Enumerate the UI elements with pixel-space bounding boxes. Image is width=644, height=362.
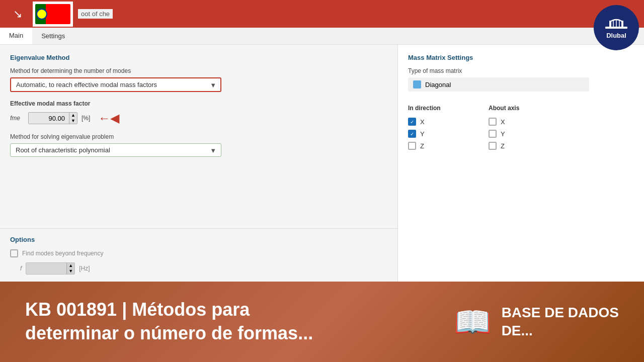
method-select-wrapper: Automatic, to reach effective modal mass…	[10, 77, 221, 92]
f-row: f ▲ ▼ [Hz]	[20, 262, 387, 275]
axis-y-row: Y	[489, 128, 569, 140]
fme-input[interactable]	[29, 113, 69, 124]
solving-select-wrapper: Root of characteristic polynomial ▼	[10, 143, 221, 157]
flag-portugal	[33, 2, 73, 27]
direction-z-label: Z	[420, 142, 424, 150]
f-spin-down[interactable]: ▼	[67, 268, 74, 274]
mass-type-value: Diagonal	[408, 77, 589, 92]
f-label: f	[20, 265, 22, 272]
solving-method-label: Method for solving eigenvalue problem	[10, 133, 387, 140]
direction-x-label: X	[420, 118, 425, 126]
mass-type-label: Type of mass matrix	[408, 67, 634, 74]
direction-y-row: Y	[408, 128, 489, 140]
find-modes-row: Find modes beyond frequency	[10, 249, 387, 257]
direction-y-label: Y	[420, 130, 425, 138]
fme-row: fme ▲ ▼ [%] ←◀	[10, 111, 387, 125]
f-input[interactable]	[26, 263, 66, 274]
axis-z-row: Z	[489, 140, 569, 152]
mass-type-text: Diagonal	[425, 81, 451, 88]
fme-spinner: ▲ ▼	[69, 113, 77, 124]
axis-x-row: X	[489, 116, 569, 128]
tab-settings[interactable]: Settings	[32, 28, 74, 44]
left-section: Main Settings Eigenvalue Method Method f…	[0, 28, 644, 282]
dlubal-logo: Dlubal	[594, 5, 639, 50]
banner-right-text: BASE DE DADOSDE...	[502, 304, 619, 340]
direction-z-row: Z	[408, 140, 489, 152]
axis-z-checkbox[interactable]	[489, 142, 497, 150]
mass-matrix-panel: Mass Matrix Settings Type of mass matrix…	[397, 45, 644, 282]
direction-x-row: X	[408, 116, 489, 128]
back-arrow-icon[interactable]: ↘	[5, 2, 30, 27]
fme-input-wrapper: ▲ ▼	[28, 112, 77, 124]
options-section: Options Find modes beyond frequency f ▲ …	[0, 228, 397, 282]
content-area: Main Settings Eigenvalue Method Method f…	[0, 28, 644, 282]
red-arrow-indicator: ←◀	[98, 111, 119, 125]
find-modes-label: Find modes beyond frequency	[22, 250, 103, 257]
f-spin-up[interactable]: ▲	[67, 263, 74, 268]
dlubal-bridge-icon	[605, 17, 627, 31]
svg-rect-0	[605, 27, 627, 29]
fme-label: fme	[10, 115, 24, 122]
dlubal-brand-name: Dlubal	[606, 32, 626, 39]
fme-unit: [%]	[82, 115, 90, 122]
find-modes-checkbox[interactable]	[10, 249, 18, 257]
direction-y-checkbox[interactable]	[408, 130, 416, 138]
tab-main[interactable]: Main	[0, 28, 32, 44]
fme-spin-up[interactable]: ▲	[69, 113, 77, 118]
f-unit: [Hz]	[79, 265, 90, 272]
method-select[interactable]: Automatic, to reach effective modal mass…	[10, 77, 221, 92]
f-spinner: ▲ ▼	[66, 263, 74, 274]
top-bar: ↘ oot of che	[0, 0, 644, 28]
modal-mass-title: Effective modal mass factor	[10, 100, 387, 107]
eigenvalue-section: Eigenvalue Method Method for determining…	[0, 45, 397, 228]
eigenvalue-title: Eigenvalue Method	[10, 54, 387, 61]
fme-spin-down[interactable]: ▼	[69, 118, 77, 124]
axis-y-checkbox[interactable]	[489, 130, 497, 138]
banner-main-text: KB 001891 | Métodos paradeterminar o núm…	[25, 298, 454, 345]
axis-z-label: Z	[501, 142, 505, 150]
f-input-wrapper: ▲ ▼	[26, 262, 75, 275]
banner-right: 📖 BASE DE DADOSDE...	[454, 304, 619, 340]
axis-y-label: Y	[501, 130, 505, 138]
axis-x-label: X	[501, 118, 505, 126]
about-axis-header: About axis	[489, 105, 569, 116]
axis-x-checkbox[interactable]	[489, 118, 497, 126]
method-for-modes-label: Method for determining the number of mod…	[10, 67, 387, 74]
direction-table: In direction About axis X X Y	[408, 105, 634, 152]
direction-z-checkbox[interactable]	[408, 142, 416, 150]
bottom-banner: KB 001891 | Métodos paradeterminar o núm…	[0, 282, 644, 362]
options-title: Options	[10, 236, 387, 243]
tabs-row: Main Settings	[0, 28, 644, 45]
mass-section-title: Mass Matrix Settings	[408, 54, 634, 61]
book-icon: 📖	[454, 304, 492, 340]
in-direction-header: In direction	[408, 105, 489, 116]
diagonal-dot	[413, 80, 421, 88]
solving-select[interactable]: Root of characteristic polynomial	[10, 143, 221, 157]
tab-partial-label: oot of che	[78, 9, 113, 19]
direction-x-checkbox[interactable]	[408, 118, 416, 126]
